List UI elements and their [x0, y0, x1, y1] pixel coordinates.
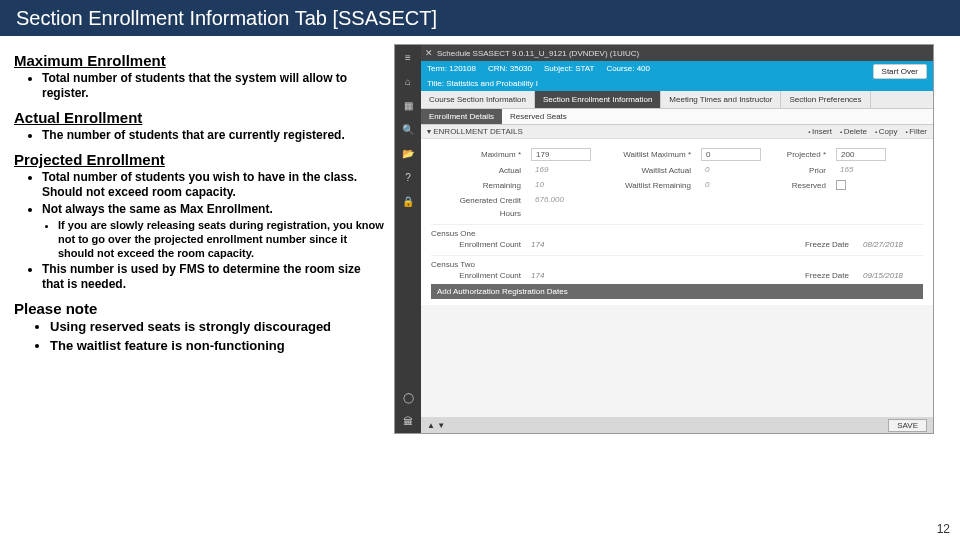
- note-bullet-1: Using reserved seats is strongly discour…: [50, 319, 384, 335]
- census1-count-label: Enrollment Count: [431, 240, 521, 249]
- census2-freeze-value: 09/15/2018: [863, 271, 923, 280]
- slide-title-bar: Section Enrollment Information Tab [SSAS…: [0, 0, 960, 36]
- folder-icon[interactable]: 📂: [395, 141, 421, 165]
- maximum-field[interactable]: 179: [531, 148, 591, 161]
- actual-enrollment-heading: Actual Enrollment: [14, 109, 384, 126]
- search-icon[interactable]: 🔍: [395, 117, 421, 141]
- filter-button[interactable]: Filter: [905, 127, 927, 136]
- lock-icon[interactable]: 🔒: [395, 189, 421, 213]
- remaining-value: 10: [531, 179, 591, 191]
- actual-label: Actual: [431, 166, 521, 175]
- title-label: Title: Statistics and Probability I: [427, 79, 927, 88]
- actual-enrollment-bullet: The number of students that are currentl…: [42, 128, 384, 143]
- waitlist-actual-value: 0: [701, 164, 761, 176]
- app-main: ✕ Schedule SSASECT 9.0.11_U_9121 (DVNDEV…: [421, 45, 933, 433]
- institution-icon[interactable]: 🏛: [395, 409, 421, 433]
- projected-bullet-3: This number is used by FMS to determine …: [42, 262, 384, 292]
- reserved-label: Reserved: [771, 181, 826, 190]
- waitlist-remaining-value: 0: [701, 179, 761, 191]
- add-auth-dates-bar[interactable]: Add Authorization Registration Dates: [431, 284, 923, 299]
- grid-icon[interactable]: ▦: [395, 93, 421, 117]
- census2-count-value: 174: [531, 271, 591, 280]
- tab-course-section-info[interactable]: Course Section Information: [421, 91, 535, 108]
- generated-credit-label: Generated Credit: [431, 196, 521, 205]
- subject-label: Subject: STAT: [544, 64, 594, 73]
- prior-value: 165: [836, 164, 886, 176]
- waitlist-remaining-label: Waitlist Remaining: [601, 181, 691, 190]
- start-over-button[interactable]: Start Over: [873, 64, 927, 79]
- left-nav-rail: ≡ ⌂ ▦ 🔍 📂 ? 🔒 ◯ 🏛: [395, 45, 421, 433]
- projected-bullet-2: Not always the same as Max Enrollment.: [42, 202, 384, 217]
- course-label: Course: 400: [606, 64, 650, 73]
- section-title: ▾ ENROLLMENT DETAILS: [427, 127, 523, 136]
- key-block: Term: 120108 CRN: 35030 Subject: STAT Co…: [421, 61, 933, 91]
- left-text-column: Maximum Enrollment Total number of stude…: [14, 44, 384, 434]
- waitlist-max-field[interactable]: 0: [701, 148, 761, 161]
- delete-button[interactable]: Delete: [840, 127, 867, 136]
- sub-tabs: Enrollment Details Reserved Seats: [421, 109, 933, 125]
- close-tab-icon[interactable]: ✕: [425, 48, 433, 58]
- prior-label: Prior: [771, 166, 826, 175]
- footer-nav-arrows[interactable]: ▲ ▼: [427, 421, 445, 430]
- app-footer: ▲ ▼ SAVE: [421, 417, 933, 433]
- remaining-label: Remaining: [431, 181, 521, 190]
- note-bullet-2: The waitlist feature is non-functioning: [50, 338, 384, 354]
- user-icon[interactable]: ◯: [395, 385, 421, 409]
- census1-freeze-label: Freeze Date: [779, 240, 849, 249]
- projected-field[interactable]: 200: [836, 148, 886, 161]
- subtab-enrollment-details[interactable]: Enrollment Details: [421, 109, 502, 124]
- banner-app-window: ≡ ⌂ ▦ 🔍 📂 ? 🔒 ◯ 🏛 ✕ Schedule SSASECT 9.0…: [394, 44, 934, 434]
- menu-icon[interactable]: ≡: [395, 45, 421, 69]
- term-label: Term: 120108: [427, 64, 476, 73]
- subtab-reserved-seats[interactable]: Reserved Seats: [502, 109, 575, 124]
- waitlist-actual-label: Waitlist Actual: [601, 166, 691, 175]
- projected-bullet-1: Total number of students you wish to hav…: [42, 170, 384, 200]
- tab-section-preferences[interactable]: Section Preferences: [781, 91, 870, 108]
- page-tabs: Course Section Information Section Enrol…: [421, 91, 933, 109]
- help-icon[interactable]: ?: [395, 165, 421, 189]
- toolbar-actions: Insert Delete Copy Filter: [808, 127, 927, 136]
- please-note-heading: Please note: [14, 300, 384, 317]
- slide-page-number: 12: [937, 522, 950, 536]
- enrollment-form: Maximum * 179 Waitlist Maximum * 0 Proje…: [421, 139, 933, 305]
- maximum-label: Maximum *: [431, 150, 521, 159]
- app-body: ≡ ⌂ ▦ 🔍 📂 ? 🔒 ◯ 🏛 ✕ Schedule SSASECT 9.0…: [395, 45, 933, 433]
- actual-value: 169: [531, 164, 591, 176]
- window-tab-title: Schedule SSASECT 9.0.11_U_9121 (DVNDEV) …: [437, 49, 639, 58]
- tab-meeting-times[interactable]: Meeting Times and Instructor: [661, 91, 781, 108]
- home-icon[interactable]: ⌂: [395, 69, 421, 93]
- window-tabstrip: ✕ Schedule SSASECT 9.0.11_U_9121 (DVNDEV…: [421, 45, 933, 61]
- reserved-checkbox[interactable]: [836, 180, 846, 190]
- nav-spacer: [395, 213, 421, 385]
- projected-sub-bullet: If you are slowly releasing seats during…: [58, 219, 384, 260]
- census-one-heading: Census One: [431, 224, 923, 238]
- census1-freeze-value: 08/27/2018: [863, 240, 923, 249]
- hours-label: Hours: [431, 209, 521, 218]
- projected-enrollment-heading: Projected Enrollment: [14, 151, 384, 168]
- section-toolbar: ▾ ENROLLMENT DETAILS Insert Delete Copy …: [421, 125, 933, 139]
- generated-credit-value: 676.000: [531, 194, 601, 206]
- save-button[interactable]: SAVE: [888, 419, 927, 432]
- max-enrollment-heading: Maximum Enrollment: [14, 52, 384, 69]
- census2-freeze-label: Freeze Date: [779, 271, 849, 280]
- max-enrollment-bullet: Total number of students that the system…: [42, 71, 384, 101]
- insert-button[interactable]: Insert: [808, 127, 832, 136]
- census2-count-label: Enrollment Count: [431, 271, 521, 280]
- copy-button[interactable]: Copy: [875, 127, 897, 136]
- content-row: Maximum Enrollment Total number of stude…: [0, 36, 960, 434]
- tab-section-enrollment-info[interactable]: Section Enrollment Information: [535, 91, 661, 108]
- projected-label: Projected *: [771, 150, 826, 159]
- waitlist-max-label: Waitlist Maximum *: [601, 150, 691, 159]
- census1-count-value: 174: [531, 240, 591, 249]
- census-two-heading: Census Two: [431, 255, 923, 269]
- slide-title: Section Enrollment Information Tab [SSAS…: [16, 7, 437, 30]
- right-screenshot-column: ≡ ⌂ ▦ 🔍 📂 ? 🔒 ◯ 🏛 ✕ Schedule SSASECT 9.0…: [394, 44, 946, 434]
- crn-label: CRN: 35030: [488, 64, 532, 73]
